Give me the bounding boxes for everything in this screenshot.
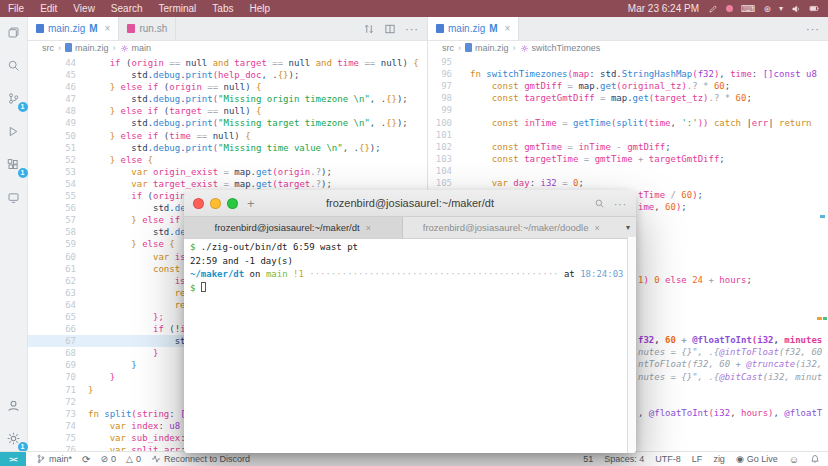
- language-mode[interactable]: zig: [713, 454, 725, 464]
- remote-indicator[interactable]: ><: [0, 452, 26, 466]
- remote-explorer-icon[interactable]: [4, 187, 24, 207]
- new-tab-button[interactable]: +: [247, 196, 255, 211]
- line-number: 71: [28, 384, 88, 396]
- close-terminal-tab-icon[interactable]: ×: [594, 223, 599, 233]
- menu-item-help[interactable]: Help: [241, 0, 278, 17]
- breadcrumb[interactable]: src›main.zig›switchTimezones: [428, 41, 828, 55]
- close-tab-icon[interactable]: ×: [105, 23, 111, 34]
- breadcrumb-item-main.zig[interactable]: main.zig: [65, 43, 109, 54]
- code-text: [470, 56, 828, 68]
- code-line: 49 std.debug.print("Missing target timez…: [28, 117, 427, 129]
- explorer-icon[interactable]: [4, 22, 24, 42]
- code-line: 45 std.debug.print(help_doc, .{});: [28, 69, 427, 81]
- breadcrumb-item-switchTimezones[interactable]: switchTimezones: [520, 43, 601, 53]
- search-icon[interactable]: [4, 55, 24, 75]
- close-window-button[interactable]: [193, 198, 204, 209]
- breadcrumb-label: main.zig: [475, 43, 509, 53]
- overview-ruler-mark: [817, 317, 822, 320]
- maximize-window-button[interactable]: [227, 198, 238, 209]
- breadcrumb-item-main.zig[interactable]: main.zig: [465, 43, 509, 54]
- eol[interactable]: LF: [692, 454, 703, 464]
- menu-item-file[interactable]: File: [0, 0, 32, 17]
- errors[interactable]: ⊘0: [100, 454, 116, 464]
- compare-icon[interactable]: [363, 23, 375, 35]
- editor-tab-main.zig[interactable]: main.zigM×: [28, 17, 119, 40]
- run-debug-icon[interactable]: [4, 121, 24, 141]
- terminal-scrollbar[interactable]: [627, 237, 636, 453]
- line-number: 66: [28, 323, 88, 335]
- split-editor-icon[interactable]: [384, 23, 396, 35]
- breadcrumb-label: src: [42, 43, 54, 53]
- code-line: 48 } else if (target == null) {: [28, 105, 427, 117]
- discord-presence[interactable]: Reconnect to Discord: [151, 454, 250, 464]
- feedback[interactable]: ☺: [789, 454, 799, 465]
- line-number: 74: [28, 420, 88, 432]
- notifications[interactable]: [810, 454, 820, 464]
- settings-gear-icon[interactable]: 1: [4, 428, 24, 448]
- code-text: std.debug.print(help_doc, .{});: [88, 69, 427, 81]
- line-number: 54: [28, 178, 88, 190]
- editor-tab-run.sh[interactable]: run.sh: [119, 17, 176, 40]
- account-icon[interactable]: [4, 395, 24, 415]
- code-text: } else {: [88, 154, 427, 166]
- breadcrumb[interactable]: src›main.zig›main: [28, 41, 427, 55]
- more-icon[interactable]: ···: [806, 23, 820, 35]
- code-line: 95: [428, 56, 828, 68]
- line-number: 67: [28, 335, 88, 347]
- line-number: 45: [28, 69, 88, 81]
- code-text: const gmtTime = inTime - gmtDiff;: [470, 141, 828, 153]
- warning-icon: △: [126, 454, 133, 464]
- line-col-fragment[interactable]: 51: [583, 454, 593, 464]
- terminal-tab[interactable]: frozenbird@josiasaurel:~/maker/doodle×: [403, 217, 621, 238]
- terminal-tab-label: frozenbird@josiasaurel:~/maker/doodle: [423, 222, 589, 233]
- file-type-icon: [127, 24, 135, 33]
- indentation[interactable]: Spaces: 4: [604, 454, 644, 464]
- source-control-icon[interactable]: 1: [4, 88, 24, 108]
- breadcrumb-label: main: [132, 43, 152, 53]
- code-text: const targetGmtDiff = map.get(target_tz)…: [470, 92, 828, 104]
- terminal-titlebar[interactable]: + frozenbird@josiasaurel:~/maker/dt ···: [184, 190, 636, 217]
- extensions-icon[interactable]: 1: [4, 154, 24, 174]
- activity-bar: 111: [0, 17, 28, 452]
- error-icon: ⊘: [100, 454, 108, 464]
- language-mode-label: zig: [713, 454, 725, 464]
- menu-item-search[interactable]: Search: [103, 0, 151, 17]
- encoding[interactable]: UTF-8: [655, 454, 681, 464]
- code-text: [470, 165, 828, 177]
- menu-item-view[interactable]: View: [65, 0, 103, 17]
- terminal-cursor: [201, 282, 207, 292]
- tab-label: run.sh: [139, 23, 167, 34]
- line-number: 103: [428, 153, 470, 165]
- go-live-label: Go Live: [747, 454, 778, 464]
- activity-badge: 1: [18, 168, 28, 178]
- terminal-more-icon[interactable]: ···: [614, 194, 627, 212]
- code-text: [470, 104, 828, 116]
- terminal-tabbar: frozenbird@josiasaurel:~/maker/dt×frozen…: [184, 217, 636, 239]
- terminal-window[interactable]: + frozenbird@josiasaurel:~/maker/dt ··· …: [184, 190, 636, 453]
- breadcrumb-item-main[interactable]: main: [120, 43, 152, 53]
- terminal-tab-dropdown[interactable]: ▾: [620, 217, 636, 238]
- sync-status[interactable]: ⟳: [82, 454, 90, 465]
- warnings[interactable]: △0: [126, 454, 141, 464]
- breadcrumb-item-src[interactable]: src: [42, 43, 54, 53]
- minimize-window-button[interactable]: [210, 198, 221, 209]
- line-number: 100: [428, 117, 470, 129]
- line-number: 44: [28, 57, 88, 69]
- more-icon[interactable]: ···: [405, 23, 419, 35]
- menu-item-tabs[interactable]: Tabs: [204, 0, 241, 17]
- git-branch[interactable]: main*: [36, 454, 72, 464]
- close-terminal-tab-icon[interactable]: ×: [366, 223, 371, 233]
- terminal-search-icon[interactable]: [594, 198, 605, 209]
- breadcrumb-item-src[interactable]: src: [442, 43, 454, 53]
- close-tab-icon[interactable]: ×: [505, 23, 511, 34]
- terminal-output[interactable]: $ ./zig-out/bin/dt 6:59 wast pt22:59 and…: [184, 237, 628, 453]
- battery-icon: [809, 3, 820, 14]
- editor-tab-main.zig[interactable]: main.zigM×: [428, 17, 519, 40]
- menu-item-edit[interactable]: Edit: [32, 0, 65, 17]
- terminal-tab[interactable]: frozenbird@josiasaurel:~/maker/dt×: [184, 217, 403, 238]
- line-number: 48: [28, 105, 88, 117]
- menu-item-terminal[interactable]: Terminal: [151, 0, 205, 17]
- code-line: 46 } else if (origin == null) {: [28, 81, 427, 93]
- breadcrumb-label: src: [442, 43, 454, 53]
- go-live[interactable]: ◉Go Live: [736, 454, 778, 464]
